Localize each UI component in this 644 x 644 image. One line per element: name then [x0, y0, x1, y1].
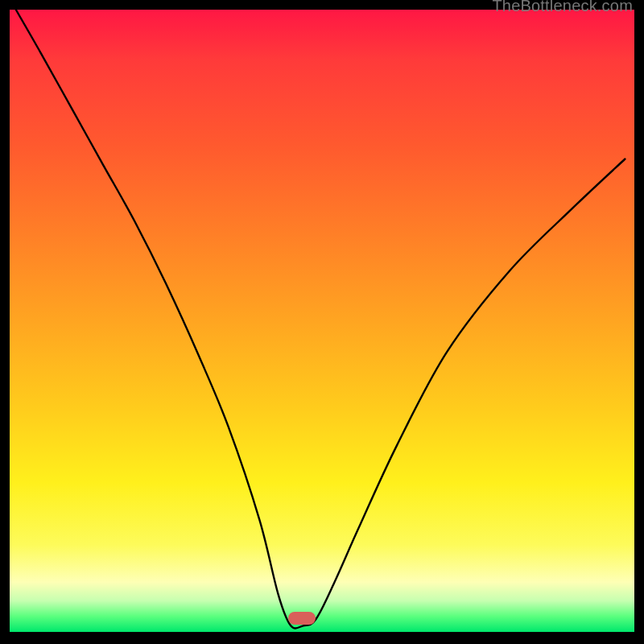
frame-border	[634, 0, 644, 644]
credit-text: TheBottleneck.com	[492, 0, 633, 15]
frame-border	[0, 632, 644, 644]
frame-border	[0, 0, 10, 644]
baseline-marker-pill	[288, 612, 316, 625]
bottleneck-curve	[16, 10, 625, 628]
chart-stage: TheBottleneck.com	[0, 0, 644, 644]
curve-layer	[0, 0, 644, 644]
